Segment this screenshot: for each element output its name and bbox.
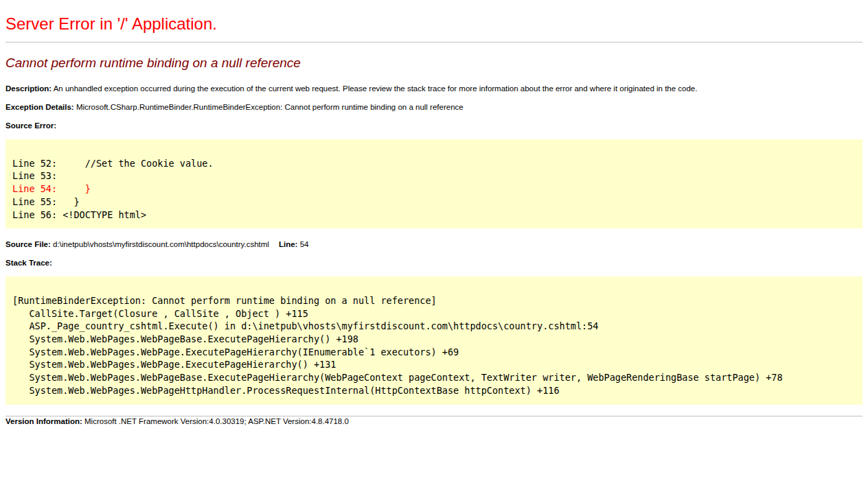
line-number-value: 54 (300, 240, 309, 248)
title-divider (5, 42, 863, 43)
code-line: Line 53: (12, 169, 858, 183)
description-line: Description: An unhandled exception occu… (5, 84, 863, 93)
code-line: [RuntimeBinderException: Cannot perform … (12, 294, 858, 307)
code-line: ASP._Page_country_cshtml.Execute() in d:… (12, 320, 858, 333)
code-line: Line 52: //Set the Cookie value. (12, 157, 858, 170)
stack-trace-label: Stack Trace: (5, 259, 52, 267)
code-line: System.Web.WebPages.WebPage.ExecutePageH… (12, 358, 858, 371)
stack-trace-code: [RuntimeBinderException: Cannot perform … (5, 277, 863, 404)
exception-details-label: Exception Details: (5, 103, 74, 111)
exception-details-line: Exception Details: Microsoft.CSharp.Runt… (5, 102, 863, 112)
code-line: System.Web.WebPages.WebPageHttpHandler.P… (12, 384, 858, 397)
description-label: Description: (5, 84, 52, 93)
code-line: System.Web.WebPages.WebPage.ExecutePageH… (12, 346, 858, 359)
version-information-line: Version Information: Microsoft .NET Fram… (5, 416, 863, 426)
source-file-label: Source File: (5, 240, 51, 248)
source-error-code: Line 52: //Set the Cookie value.Line 53:… (5, 139, 863, 228)
code-line: System.Web.WebPages.WebPageBase.ExecuteP… (12, 333, 858, 346)
source-error-heading: Source Error: (5, 121, 863, 130)
code-line: Line 56: <!DOCTYPE html> (12, 209, 858, 222)
stack-trace-box: [RuntimeBinderException: Cannot perform … (5, 277, 863, 404)
source-error-box: Line 52: //Set the Cookie value.Line 53:… (5, 139, 863, 228)
stack-trace-heading: Stack Trace: (5, 258, 863, 268)
source-file-line: Source File: d:\inetpub\vhosts\myfirstdi… (5, 239, 863, 249)
code-line: CallSite.Target(Closure , CallSite , Obj… (12, 307, 858, 320)
page-title: Server Error in '/' Application. (5, 14, 863, 34)
version-information-text: Microsoft .NET Framework Version:4.0.303… (84, 417, 349, 425)
version-information-label: Version Information: (5, 417, 82, 425)
source-error-label: Source Error: (5, 121, 56, 130)
source-file-path: d:\inetpub\vhosts\myfirstdiscount.com\ht… (53, 240, 269, 248)
line-number-label: Line: (279, 240, 297, 248)
exception-details-text: Microsoft.CSharp.RuntimeBinder.RuntimeBi… (76, 103, 464, 111)
error-message: Cannot perform runtime binding on a null… (5, 56, 863, 71)
code-line: Line 55: } (12, 196, 858, 209)
code-line: Line 54: } (12, 183, 858, 196)
description-text: An unhandled exception occurred during t… (54, 84, 698, 93)
code-line: System.Web.WebPages.WebPageBase.ExecuteP… (12, 371, 858, 384)
